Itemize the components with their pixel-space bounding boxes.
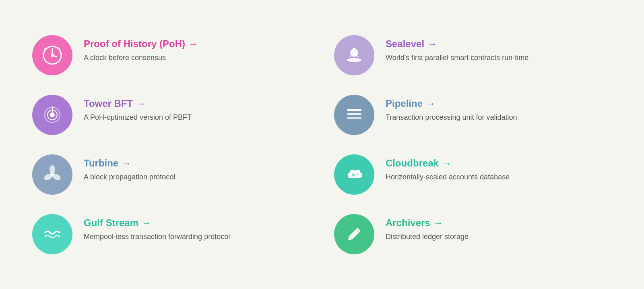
svg-rect-13 (347, 117, 361, 119)
poh-desc: A clock before consensus (84, 54, 198, 62)
card-tower-bft[interactable]: Tower BFT → A PoH-optimized version of P… (32, 95, 310, 135)
poh-arrow: → (188, 38, 198, 50)
gulf-stream-content: Gulf Stream → Mempool-less transaction f… (84, 214, 230, 241)
card-archivers[interactable]: Archivers → Distributed ledger storage (334, 214, 612, 254)
cloudbreak-desc: Horizontally-scaled accounts database (386, 173, 510, 181)
pipeline-title-text: Pipeline (386, 98, 423, 109)
gulf-stream-title-text: Gulf Stream (84, 217, 138, 229)
turbine-title-text: Turbine (84, 158, 118, 169)
pipeline-desc: Transaction processing unit for validati… (386, 113, 517, 122)
gulf-stream-desc: Mempool-less transaction forwarding prot… (84, 233, 230, 241)
tower-bft-icon (32, 95, 72, 135)
sealevel-arrow: → (427, 38, 437, 50)
archivers-arrow: → (433, 217, 443, 229)
archivers-icon (334, 214, 374, 254)
svg-rect-12 (347, 113, 361, 115)
pipeline-title[interactable]: Pipeline → (386, 98, 517, 109)
tower-bft-content: Tower BFT → A PoH-optimized version of P… (84, 95, 192, 122)
gulf-stream-arrow: → (142, 217, 151, 229)
poh-title[interactable]: Proof of History (PoH) → (84, 38, 198, 50)
archivers-title[interactable]: Archivers → (386, 217, 469, 229)
archivers-desc: Distributed ledger storage (386, 233, 469, 241)
sealevel-title-text: Sealevel (386, 38, 424, 50)
poh-content: Proof of History (PoH) → A clock before … (84, 35, 198, 62)
card-poh[interactable]: Proof of History (PoH) → A clock before … (32, 35, 310, 75)
poh-title-text: Proof of History (PoH) (84, 38, 185, 50)
gulf-stream-icon (32, 214, 72, 254)
sealevel-content: Sealevel → World's first parallel smart … (386, 35, 528, 62)
turbine-arrow: → (122, 158, 131, 169)
svg-point-18 (352, 173, 355, 177)
tower-bft-desc: A PoH-optimized version of PBFT (84, 113, 192, 122)
cloudbreak-arrow: → (442, 158, 452, 169)
card-sealevel[interactable]: Sealevel → World's first parallel smart … (334, 35, 612, 75)
cloudbreak-content: Cloudbreak → Horizontally-scaled account… (386, 154, 510, 181)
svg-point-15 (50, 165, 55, 174)
svg-rect-11 (347, 109, 361, 111)
sealevel-icon (334, 35, 374, 75)
features-grid: Proof of History (PoH) → A clock before … (0, 16, 644, 274)
pipeline-arrow: → (426, 98, 436, 109)
gulf-stream-title[interactable]: Gulf Stream → (84, 217, 230, 229)
pipeline-icon (334, 95, 374, 135)
cloudbreak-title[interactable]: Cloudbreak → (386, 158, 510, 169)
card-turbine[interactable]: Turbine → A block propagation protocol (32, 154, 310, 195)
pipeline-content: Pipeline → Transaction processing unit f… (386, 95, 517, 122)
card-cloudbreak[interactable]: Cloudbreak → Horizontally-scaled account… (334, 154, 612, 195)
svg-point-7 (50, 112, 55, 117)
turbine-content: Turbine → A block propagation protocol (84, 154, 175, 181)
turbine-title[interactable]: Turbine → (84, 158, 175, 169)
svg-point-4 (347, 58, 361, 62)
card-pipeline[interactable]: Pipeline → Transaction processing unit f… (334, 95, 612, 135)
cloudbreak-title-text: Cloudbreak (386, 158, 439, 169)
poh-icon (32, 35, 72, 75)
sealevel-desc: World's first parallel smart contracts r… (386, 54, 528, 62)
svg-point-19 (356, 173, 359, 175)
cloudbreak-icon (334, 154, 374, 195)
turbine-desc: A block propagation protocol (84, 173, 175, 181)
svg-point-6 (353, 51, 356, 54)
archivers-title-text: Archivers (386, 217, 430, 229)
tower-bft-title[interactable]: Tower BFT → (84, 98, 192, 109)
tower-bft-arrow: → (136, 98, 146, 109)
turbine-icon (32, 154, 72, 195)
sealevel-title[interactable]: Sealevel → (386, 38, 528, 50)
archivers-content: Archivers → Distributed ledger storage (386, 214, 469, 241)
tower-bft-title-text: Tower BFT (84, 98, 133, 109)
card-gulf-stream[interactable]: Gulf Stream → Mempool-less transaction f… (32, 214, 310, 254)
